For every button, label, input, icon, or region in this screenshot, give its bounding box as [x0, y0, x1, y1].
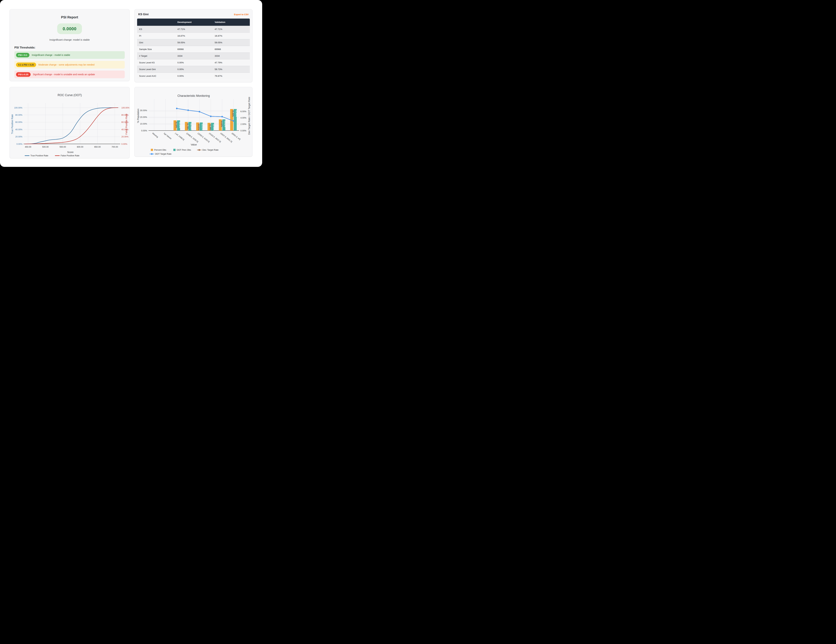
- roc-left-tick: 40.00%: [15, 129, 23, 131]
- line-marker: [221, 116, 223, 117]
- ks-cell-development: 3334: [175, 53, 213, 59]
- char-category-label: (3250.5, 4163.0]: [197, 132, 210, 143]
- line-marker: [176, 108, 178, 109]
- ks-cell-validation: 69966: [213, 46, 250, 53]
- ks-gini-table-body: KS47.71%47.71%PI16.87%16.87%Gini59.05%59…: [137, 26, 250, 80]
- roc-x-tick: 450.00: [25, 146, 31, 148]
- ks-table-row: KS47.71%47.71%: [137, 26, 250, 33]
- line-marker: [188, 109, 189, 111]
- bar-value-label: 12.01%: [201, 124, 204, 130]
- ks-table-row: Score Level Gini0.00%59.73%: [137, 66, 250, 73]
- roc-title: ROC Curve (OOT): [58, 93, 82, 97]
- psi-threshold-text-low: Insignificant change - model is stable: [32, 54, 70, 56]
- roc-left-tick: 0.00%: [16, 143, 23, 145]
- export-to-csv-link[interactable]: Export to CSV: [234, 13, 249, 16]
- char-legend-oot-marker: [151, 153, 153, 155]
- ks-cell-metric: KS: [137, 26, 176, 33]
- char-right-tick: 6.00%: [240, 110, 246, 112]
- psi-report-panel: PSI Report 0.0000 Insignificant change: …: [10, 9, 130, 81]
- ks-cell-validation: 47.79%: [213, 59, 250, 66]
- char-legend-swatch: [151, 149, 153, 151]
- roc-x-tick: 650.00: [94, 146, 101, 148]
- char-category-label: (4163.0, 4937.0]: [209, 132, 221, 143]
- char-category-label: (-inf, 2498.0]: [175, 132, 185, 141]
- ks-table-row: PI16.87%16.87%: [137, 33, 250, 39]
- ks-col-validation: Validation: [213, 18, 250, 26]
- roc-legend-label: True Positive Rate: [30, 154, 48, 157]
- char-legend-label: OOT Perc Obs: [177, 148, 191, 151]
- roc-curve-panel: ROC Curve (OOT)0.00%0.00%20.00%20.00%40.…: [10, 87, 130, 158]
- roc-right-tick: 20.00%: [121, 135, 128, 138]
- psi-subtitle: Insignificant change: model is stable: [15, 38, 125, 41]
- roc-x-tick: 600.00: [77, 146, 83, 148]
- ks-cell-metric: Gini: [137, 39, 176, 46]
- ks-cell-metric: Score Level AUC: [137, 73, 176, 80]
- psi-thresholds-heading: PSI Thresholds:: [15, 46, 125, 49]
- char-right-tick: 4.00%: [240, 117, 246, 119]
- roc-right-axis-title: False Positive Rate: [125, 114, 128, 135]
- char-category-label: (4937.0, 6591.5]: [220, 132, 233, 143]
- tpr-curve: [24, 108, 118, 144]
- line-marker: [233, 120, 234, 122]
- roc-x-tick: 700.00: [111, 146, 118, 148]
- roc-right-tick: 0.00%: [121, 143, 127, 145]
- char-legend-label: Percent Obs: [154, 148, 167, 151]
- char-left-tick: 0.00%: [141, 130, 147, 132]
- ks-table-row: Score Level KS0.00%47.79%: [137, 59, 250, 66]
- char-left-tick: 30.00%: [140, 109, 147, 112]
- line-marker: [210, 116, 212, 117]
- ks-table-row: Gini59.05%59.05%: [137, 39, 250, 46]
- roc-left-tick: 80.00%: [15, 114, 23, 116]
- roc-x-tick: 500.00: [42, 146, 49, 148]
- ks-cell-validation: 16.87%: [213, 33, 250, 39]
- ks-cell-validation: 59.05%: [213, 39, 250, 46]
- roc-left-tick: 20.00%: [15, 135, 23, 138]
- ks-cell-development: 47.71%: [175, 26, 213, 33]
- ks-cell-metric: PI: [137, 33, 176, 39]
- characteristic-monitoring-panel: Characteristic Monitoring15.16%12.78%12.…: [134, 87, 253, 157]
- fpr-curve: [24, 108, 118, 144]
- bar-value-label: 16.62%: [224, 121, 226, 127]
- psi-value: 0.0000: [63, 26, 77, 31]
- roc-curve-chart[interactable]: ROC Curve (OOT)0.00%0.00%20.00%20.00%40.…: [10, 88, 129, 158]
- dashboard-grid: PSI Report 0.0000 Insignificant change: …: [0, 0, 262, 158]
- ks-cell-validation: 3334: [213, 53, 250, 59]
- ks-cell-metric: Score Level KS: [137, 59, 176, 66]
- psi-badge-significant: PSI ≥ 0.25: [16, 72, 31, 77]
- ks-cell-metric: Sample Size: [137, 46, 176, 53]
- psi-badge-low: PSI < 0.1: [16, 53, 29, 57]
- psi-value-pill: 0.0000: [57, 23, 82, 34]
- roc-left-axis-title: True Positive Rate: [11, 114, 13, 134]
- psi-report-title: PSI Report: [15, 15, 125, 19]
- char-right-tick: 0.00%: [240, 130, 246, 132]
- psi-threshold-row-moderate: 0.1 ≤ PSI < 0.25 Moderate change - some …: [15, 61, 125, 68]
- bar-value-label: 11.49%: [213, 124, 215, 130]
- ks-cell-validation: 47.71%: [213, 26, 250, 33]
- ks-gini-header: KS Gini Export to CSV: [137, 11, 250, 18]
- ks-cell-development: 0.00%: [175, 66, 213, 73]
- ks-cell-development: 59.05%: [175, 39, 213, 46]
- ks-cell-validation: 79.87%: [213, 73, 250, 80]
- ks-cell-metric: Score Level Gini: [137, 66, 176, 73]
- ks-gini-header-row: Development Validation: [137, 18, 250, 26]
- ks-gini-panel: KS Gini Export to CSV Development Valida…: [134, 9, 253, 82]
- bar-value-label: 31.93%: [235, 110, 238, 117]
- char-category-label: (6591.5, inf]: [231, 132, 241, 140]
- ks-gini-title: KS Gini: [138, 13, 149, 16]
- char-right-axis-title: Dev Target Rate / OOT Target Rate: [248, 97, 250, 135]
- roc-left-tick: 100.00%: [14, 107, 23, 109]
- psi-badge-moderate: 0.1 ≤ PSI < 0.25: [16, 62, 36, 67]
- char-legend-swatch: [173, 149, 176, 151]
- ks-col-empty: [137, 18, 176, 26]
- ks-gini-table: Development Validation KS47.71%47.71%PI1…: [137, 18, 250, 80]
- ks-gini-table-head: Development Validation: [137, 18, 250, 26]
- line-marker: [199, 111, 200, 112]
- char-category-label: (2498.0, 3250.5]: [186, 132, 199, 143]
- characteristic-monitoring-chart[interactable]: Characteristic Monitoring15.16%12.78%12.…: [135, 88, 252, 157]
- ks-table-row: Score Level AUC0.00%79.87%: [137, 73, 250, 80]
- char-category-label: Missing: [152, 132, 159, 138]
- char-left-axis-title: % Population: [137, 109, 139, 123]
- ks-cell-development: 0.00%: [175, 59, 213, 66]
- roc-x-axis-title: Score: [67, 151, 73, 153]
- char-legend-label: OOT Target Rate: [155, 153, 171, 155]
